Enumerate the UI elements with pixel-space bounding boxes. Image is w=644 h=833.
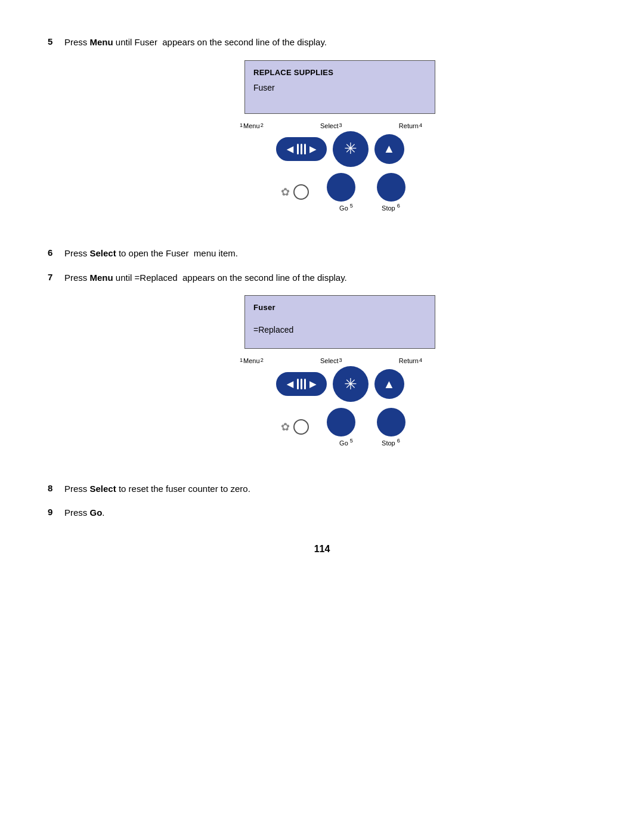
step-7-block: 7 Press Menu until =Replaced appears on … (48, 271, 596, 285)
menu-line-3 (304, 144, 306, 154)
step-8-bold: Select (90, 484, 116, 494)
return-text-2: Return (399, 357, 419, 364)
return-sup-2: 4 (419, 357, 422, 363)
menu-line-4 (297, 379, 299, 389)
label-row-2: 1 Menu 2 Select 3 Return 4 (239, 357, 423, 364)
step-9-text: Press Go. (64, 506, 105, 520)
menu-label-1: 1 Menu 2 (240, 122, 264, 129)
step-7-text: Press Menu until =Replaced appears on th… (64, 271, 347, 285)
return-button-1[interactable]: ▲ (374, 134, 404, 164)
select-button-1[interactable]: ✳ (333, 131, 369, 167)
return-button-2[interactable]: ▲ (374, 369, 404, 399)
select-label-1: Select 3 (320, 122, 342, 129)
left-arrow-icon-2: ◀ (287, 379, 293, 389)
step-5-number: 5 (48, 36, 64, 47)
btn-row-main-1: ◀ ▶ ✳ ▲ (239, 131, 441, 167)
stop-label-2: Stop 6 (382, 438, 400, 447)
menu-line-2 (301, 144, 302, 154)
menu-lines-1 (297, 144, 306, 154)
display1-line2: Fuser (253, 83, 426, 92)
keypad-diagram-1: 1 Menu 2 Select 3 Return 4 ◀ (239, 122, 441, 212)
step-8-number: 8 (48, 482, 64, 493)
menu-lines-2 (297, 379, 306, 389)
step-9-block: 9 Press Go. (48, 506, 596, 520)
menu-text-2: Menu (243, 357, 260, 364)
btn-row-bottom-1: ✿ Go 5 Stop 6 (239, 173, 441, 212)
select-text-2: Select (320, 357, 339, 364)
light-icon-2: ✿ (281, 420, 290, 433)
diagram-2: Fuser =Replaced 1 Menu 2 Select 3 Return… (83, 295, 596, 465)
right-arrow-icon-1: ▶ (309, 144, 316, 154)
light-area-1: ✿ (281, 184, 309, 200)
stop-button-2[interactable] (377, 408, 405, 436)
select-text-1: Select (320, 122, 339, 129)
right-arrow-icon-2: ▶ (309, 379, 316, 389)
step-5-block: 5 Press Menu until Fuser appears on the … (48, 36, 596, 49)
select-sup-2: 3 (339, 357, 342, 363)
menu-sup-2a: 1 (240, 357, 243, 363)
step-5-bold: Menu (90, 37, 113, 47)
go-label-2: Go 5 (339, 438, 353, 447)
display2-line1: Fuser (253, 303, 426, 312)
page-number: 114 (48, 544, 596, 555)
menu-line-6 (304, 379, 306, 389)
menu-label-2: 1 Menu 2 (240, 357, 264, 364)
go-label-1: Go 5 (339, 203, 353, 212)
diagram-1: REPLACE SUPPLIES Fuser 1 Menu 2 Select 3… (83, 60, 596, 230)
light-area-2: ✿ (281, 419, 309, 435)
star-icon-2: ✳ (344, 375, 357, 394)
display1-line1: REPLACE SUPPLIES (253, 68, 426, 77)
light-icon-1: ✿ (281, 185, 290, 199)
go-button-2[interactable] (327, 408, 355, 436)
star-icon-1: ✳ (344, 140, 357, 158)
menu-button-2[interactable]: ◀ ▶ (276, 372, 327, 396)
step-7-bold: Menu (90, 272, 113, 283)
return-label-1: Return 4 (399, 122, 422, 129)
stop-button-1[interactable] (377, 173, 405, 202)
select-button-2[interactable]: ✳ (333, 366, 369, 402)
return-sup-1: 4 (419, 122, 422, 128)
menu-sup-1: 1 (240, 122, 243, 128)
step-9-number: 9 (48, 506, 64, 517)
select-label-2: Select 3 (320, 357, 342, 364)
step-6-bold: Select (90, 248, 116, 258)
display-panel-1: REPLACE SUPPLIES Fuser (244, 60, 435, 114)
go-button-1[interactable] (327, 173, 355, 202)
menu-sup2-2: 2 (261, 357, 264, 363)
menu-sup2-1: 2 (261, 122, 264, 128)
display2-line2: =Replaced (253, 325, 426, 335)
light-circle-2 (293, 419, 309, 435)
menu-line-1 (297, 144, 299, 154)
menu-text-1: Menu (243, 122, 260, 129)
step-8-block: 8 Press Select to reset the fuser counte… (48, 482, 596, 496)
step-6-number: 6 (48, 247, 64, 258)
step-7-number: 7 (48, 271, 64, 282)
return-label-2: Return 4 (399, 357, 422, 364)
menu-line-5 (301, 379, 302, 389)
up-arrow-icon-2: ▲ (383, 377, 395, 391)
step-6-block: 6 Press Select to open the Fuser menu it… (48, 247, 596, 261)
light-circle-1 (293, 184, 309, 200)
left-arrow-icon-1: ◀ (287, 144, 293, 154)
up-arrow-icon-1: ▲ (383, 142, 395, 156)
btn-row-bottom-2: ✿ Go 5 Stop 6 (239, 408, 441, 447)
menu-button-1[interactable]: ◀ ▶ (276, 137, 327, 161)
display-panel-2: Fuser =Replaced (244, 295, 435, 349)
stop-label-1: Stop 6 (382, 203, 400, 212)
return-text-1: Return (399, 122, 419, 129)
label-row-1: 1 Menu 2 Select 3 Return 4 (239, 122, 423, 129)
step-9-bold: Go (90, 507, 103, 518)
select-sup-1: 3 (339, 122, 342, 128)
keypad-diagram-2: 1 Menu 2 Select 3 Return 4 ◀ (239, 357, 441, 447)
btn-row-main-2: ◀ ▶ ✳ ▲ (239, 366, 441, 402)
step-8-text: Press Select to reset the fuser counter … (64, 482, 250, 496)
step-5-text: Press Menu until Fuser appears on the se… (64, 36, 327, 49)
step-6-text: Press Select to open the Fuser menu item… (64, 247, 238, 261)
